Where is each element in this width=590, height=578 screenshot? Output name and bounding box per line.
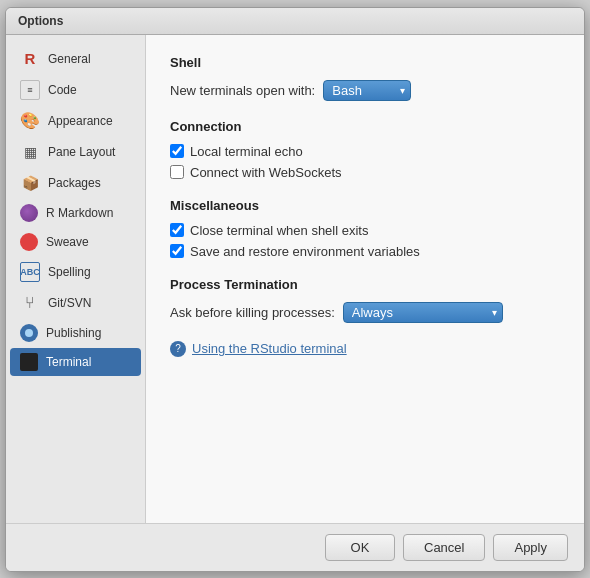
sidebar-item-terminal[interactable]: Terminal <box>10 348 141 376</box>
options-dialog: Options R General ≡ Code 🎨 Appearance ▦ … <box>5 7 585 572</box>
r-markdown-icon <box>20 204 38 222</box>
sidebar-item-spelling[interactable]: ABC Spelling <box>10 257 141 287</box>
shell-section-title: Shell <box>170 55 560 70</box>
websockets-row: Connect with WebSockets <box>170 165 560 180</box>
sidebar-label-git-svn: Git/SVN <box>48 296 91 310</box>
close-on-exit-checkbox[interactable] <box>170 223 184 237</box>
dialog-title: Options <box>18 14 63 28</box>
ok-button[interactable]: OK <box>325 534 395 561</box>
spelling-icon: ABC <box>20 262 40 282</box>
apply-button[interactable]: Apply <box>493 534 568 561</box>
help-link-row: ? Using the RStudio terminal <box>170 341 560 357</box>
shell-section: Shell New terminals open with: Bash Zsh … <box>170 55 560 101</box>
sidebar-label-general: General <box>48 52 91 66</box>
sidebar-item-r-markdown[interactable]: R Markdown <box>10 199 141 227</box>
sidebar: R General ≡ Code 🎨 Appearance ▦ Pane Lay… <box>6 35 146 523</box>
cancel-button[interactable]: Cancel <box>403 534 485 561</box>
sidebar-label-pane-layout: Pane Layout <box>48 145 115 159</box>
pane-layout-icon: ▦ <box>20 142 40 162</box>
sidebar-item-appearance[interactable]: 🎨 Appearance <box>10 106 141 136</box>
sidebar-label-appearance: Appearance <box>48 114 113 128</box>
new-terminals-label: New terminals open with: <box>170 83 315 98</box>
dialog-titlebar: Options <box>6 8 584 35</box>
ask-before-killing-label: Ask before killing processes: <box>170 305 335 320</box>
close-on-exit-label: Close terminal when shell exits <box>190 223 368 238</box>
general-icon: R <box>20 49 40 69</box>
sidebar-item-publishing[interactable]: Publishing <box>10 319 141 347</box>
websockets-checkbox[interactable] <box>170 165 184 179</box>
close-on-exit-row: Close terminal when shell exits <box>170 223 560 238</box>
local-echo-row: Local terminal echo <box>170 144 560 159</box>
sidebar-label-code: Code <box>48 83 77 97</box>
sidebar-item-sweave[interactable]: Sweave <box>10 228 141 256</box>
sidebar-item-code[interactable]: ≡ Code <box>10 75 141 105</box>
git-svn-icon: ⑂ <box>20 293 40 313</box>
ask-before-killing-row: Ask before killing processes: Always Nev… <box>170 302 560 323</box>
dialog-content: R General ≡ Code 🎨 Appearance ▦ Pane Lay… <box>6 35 584 523</box>
sidebar-item-git-svn[interactable]: ⑂ Git/SVN <box>10 288 141 318</box>
local-echo-label: Local terminal echo <box>190 144 303 159</box>
sweave-icon <box>20 233 38 251</box>
shell-field-row: New terminals open with: Bash Zsh Fish C… <box>170 80 560 101</box>
connection-section-title: Connection <box>170 119 560 134</box>
help-icon[interactable]: ? <box>170 341 186 357</box>
appearance-icon: 🎨 <box>20 111 40 131</box>
process-termination-section: Process Termination Ask before killing p… <box>170 277 560 323</box>
sidebar-item-pane-layout[interactable]: ▦ Pane Layout <box>10 137 141 167</box>
save-restore-label: Save and restore environment variables <box>190 244 420 259</box>
sidebar-label-terminal: Terminal <box>46 355 91 369</box>
save-restore-checkbox[interactable] <box>170 244 184 258</box>
miscellaneous-section-title: Miscellaneous <box>170 198 560 213</box>
sidebar-item-general[interactable]: R General <box>10 44 141 74</box>
terminal-icon <box>20 353 38 371</box>
shell-select-wrapper[interactable]: Bash Zsh Fish Custom... <box>323 80 411 101</box>
connection-section: Connection Local terminal echo Connect w… <box>170 119 560 180</box>
help-icon-text: ? <box>175 343 181 354</box>
shell-select[interactable]: Bash Zsh Fish Custom... <box>323 80 411 101</box>
terminal-help-link[interactable]: Using the RStudio terminal <box>192 341 347 356</box>
sidebar-label-packages: Packages <box>48 176 101 190</box>
sidebar-label-publishing: Publishing <box>46 326 101 340</box>
process-termination-title: Process Termination <box>170 277 560 292</box>
sidebar-label-spelling: Spelling <box>48 265 91 279</box>
publishing-icon <box>20 324 38 342</box>
sidebar-label-r-markdown: R Markdown <box>46 206 113 220</box>
sidebar-label-sweave: Sweave <box>46 235 89 249</box>
packages-icon: 📦 <box>20 173 40 193</box>
websockets-label: Connect with WebSockets <box>190 165 342 180</box>
local-echo-checkbox[interactable] <box>170 144 184 158</box>
miscellaneous-section: Miscellaneous Close terminal when shell … <box>170 198 560 259</box>
main-panel: Shell New terminals open with: Bash Zsh … <box>146 35 584 523</box>
save-restore-row: Save and restore environment variables <box>170 244 560 259</box>
kill-process-select-wrapper[interactable]: Always Never Only if there are jobs <box>343 302 503 323</box>
kill-process-select[interactable]: Always Never Only if there are jobs <box>343 302 503 323</box>
dialog-footer: OK Cancel Apply <box>6 523 584 571</box>
sidebar-item-packages[interactable]: 📦 Packages <box>10 168 141 198</box>
code-icon: ≡ <box>20 80 40 100</box>
